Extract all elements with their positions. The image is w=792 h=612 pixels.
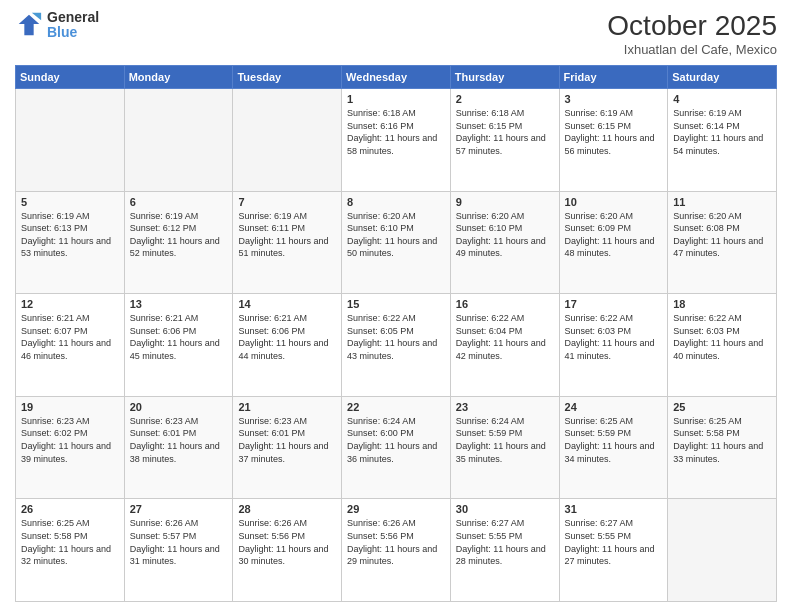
logo-icon [15,11,43,39]
calendar-cell [668,499,777,602]
calendar-week-row: 12Sunrise: 6:21 AM Sunset: 6:07 PM Dayli… [16,294,777,397]
day-info: Sunrise: 6:19 AM Sunset: 6:13 PM Dayligh… [21,210,119,260]
day-info: Sunrise: 6:24 AM Sunset: 6:00 PM Dayligh… [347,415,445,465]
day-number: 15 [347,298,445,310]
calendar-cell: 18Sunrise: 6:22 AM Sunset: 6:03 PM Dayli… [668,294,777,397]
calendar-cell: 30Sunrise: 6:27 AM Sunset: 5:55 PM Dayli… [450,499,559,602]
calendar-week-row: 1Sunrise: 6:18 AM Sunset: 6:16 PM Daylig… [16,89,777,192]
calendar-cell: 12Sunrise: 6:21 AM Sunset: 6:07 PM Dayli… [16,294,125,397]
calendar-cell: 7Sunrise: 6:19 AM Sunset: 6:11 PM Daylig… [233,191,342,294]
day-info: Sunrise: 6:22 AM Sunset: 6:04 PM Dayligh… [456,312,554,362]
day-number: 17 [565,298,663,310]
day-number: 26 [21,503,119,515]
day-info: Sunrise: 6:22 AM Sunset: 6:03 PM Dayligh… [673,312,771,362]
day-number: 22 [347,401,445,413]
day-number: 3 [565,93,663,105]
calendar-week-row: 5Sunrise: 6:19 AM Sunset: 6:13 PM Daylig… [16,191,777,294]
calendar-cell: 10Sunrise: 6:20 AM Sunset: 6:09 PM Dayli… [559,191,668,294]
weekday-header: Tuesday [233,66,342,89]
day-info: Sunrise: 6:23 AM Sunset: 6:01 PM Dayligh… [130,415,228,465]
day-number: 16 [456,298,554,310]
day-info: Sunrise: 6:21 AM Sunset: 6:06 PM Dayligh… [130,312,228,362]
calendar-cell [124,89,233,192]
calendar-cell: 31Sunrise: 6:27 AM Sunset: 5:55 PM Dayli… [559,499,668,602]
day-info: Sunrise: 6:26 AM Sunset: 5:56 PM Dayligh… [347,517,445,567]
day-info: Sunrise: 6:20 AM Sunset: 6:10 PM Dayligh… [456,210,554,260]
calendar-cell: 27Sunrise: 6:26 AM Sunset: 5:57 PM Dayli… [124,499,233,602]
calendar-cell: 28Sunrise: 6:26 AM Sunset: 5:56 PM Dayli… [233,499,342,602]
calendar-cell: 5Sunrise: 6:19 AM Sunset: 6:13 PM Daylig… [16,191,125,294]
calendar-title: October 2025 [607,10,777,42]
calendar-cell: 14Sunrise: 6:21 AM Sunset: 6:06 PM Dayli… [233,294,342,397]
calendar-subtitle: Ixhuatlan del Cafe, Mexico [607,42,777,57]
calendar-cell: 9Sunrise: 6:20 AM Sunset: 6:10 PM Daylig… [450,191,559,294]
day-info: Sunrise: 6:27 AM Sunset: 5:55 PM Dayligh… [565,517,663,567]
day-number: 5 [21,196,119,208]
day-number: 2 [456,93,554,105]
weekday-header: Monday [124,66,233,89]
calendar-cell [233,89,342,192]
day-info: Sunrise: 6:18 AM Sunset: 6:16 PM Dayligh… [347,107,445,157]
calendar-week-row: 19Sunrise: 6:23 AM Sunset: 6:02 PM Dayli… [16,396,777,499]
day-info: Sunrise: 6:21 AM Sunset: 6:07 PM Dayligh… [21,312,119,362]
weekday-header: Saturday [668,66,777,89]
calendar-cell: 20Sunrise: 6:23 AM Sunset: 6:01 PM Dayli… [124,396,233,499]
day-info: Sunrise: 6:19 AM Sunset: 6:11 PM Dayligh… [238,210,336,260]
day-number: 29 [347,503,445,515]
day-number: 10 [565,196,663,208]
calendar-table: SundayMondayTuesdayWednesdayThursdayFrid… [15,65,777,602]
calendar-cell [16,89,125,192]
calendar-cell: 1Sunrise: 6:18 AM Sunset: 6:16 PM Daylig… [342,89,451,192]
day-info: Sunrise: 6:19 AM Sunset: 6:15 PM Dayligh… [565,107,663,157]
calendar-cell: 2Sunrise: 6:18 AM Sunset: 6:15 PM Daylig… [450,89,559,192]
day-info: Sunrise: 6:26 AM Sunset: 5:56 PM Dayligh… [238,517,336,567]
day-info: Sunrise: 6:19 AM Sunset: 6:14 PM Dayligh… [673,107,771,157]
day-number: 28 [238,503,336,515]
calendar-cell: 24Sunrise: 6:25 AM Sunset: 5:59 PM Dayli… [559,396,668,499]
logo: General Blue [15,10,99,41]
day-info: Sunrise: 6:23 AM Sunset: 6:02 PM Dayligh… [21,415,119,465]
day-number: 4 [673,93,771,105]
calendar-cell: 29Sunrise: 6:26 AM Sunset: 5:56 PM Dayli… [342,499,451,602]
weekday-header: Friday [559,66,668,89]
page: General Blue October 2025 Ixhuatlan del … [0,0,792,612]
weekday-header: Thursday [450,66,559,89]
day-info: Sunrise: 6:20 AM Sunset: 6:08 PM Dayligh… [673,210,771,260]
calendar-cell: 8Sunrise: 6:20 AM Sunset: 6:10 PM Daylig… [342,191,451,294]
calendar-cell: 17Sunrise: 6:22 AM Sunset: 6:03 PM Dayli… [559,294,668,397]
day-number: 27 [130,503,228,515]
day-info: Sunrise: 6:25 AM Sunset: 5:58 PM Dayligh… [21,517,119,567]
calendar-week-row: 26Sunrise: 6:25 AM Sunset: 5:58 PM Dayli… [16,499,777,602]
calendar-cell: 16Sunrise: 6:22 AM Sunset: 6:04 PM Dayli… [450,294,559,397]
day-info: Sunrise: 6:21 AM Sunset: 6:06 PM Dayligh… [238,312,336,362]
day-info: Sunrise: 6:18 AM Sunset: 6:15 PM Dayligh… [456,107,554,157]
day-info: Sunrise: 6:22 AM Sunset: 6:05 PM Dayligh… [347,312,445,362]
day-number: 18 [673,298,771,310]
day-info: Sunrise: 6:19 AM Sunset: 6:12 PM Dayligh… [130,210,228,260]
day-number: 24 [565,401,663,413]
day-info: Sunrise: 6:20 AM Sunset: 6:10 PM Dayligh… [347,210,445,260]
calendar-cell: 6Sunrise: 6:19 AM Sunset: 6:12 PM Daylig… [124,191,233,294]
day-info: Sunrise: 6:27 AM Sunset: 5:55 PM Dayligh… [456,517,554,567]
day-info: Sunrise: 6:25 AM Sunset: 5:58 PM Dayligh… [673,415,771,465]
day-number: 13 [130,298,228,310]
weekday-header-row: SundayMondayTuesdayWednesdayThursdayFrid… [16,66,777,89]
weekday-header: Sunday [16,66,125,89]
day-info: Sunrise: 6:20 AM Sunset: 6:09 PM Dayligh… [565,210,663,260]
day-number: 12 [21,298,119,310]
day-number: 9 [456,196,554,208]
calendar-cell: 26Sunrise: 6:25 AM Sunset: 5:58 PM Dayli… [16,499,125,602]
logo-line1: General [47,10,99,25]
header: General Blue October 2025 Ixhuatlan del … [15,10,777,57]
day-number: 20 [130,401,228,413]
day-info: Sunrise: 6:23 AM Sunset: 6:01 PM Dayligh… [238,415,336,465]
day-info: Sunrise: 6:25 AM Sunset: 5:59 PM Dayligh… [565,415,663,465]
day-info: Sunrise: 6:26 AM Sunset: 5:57 PM Dayligh… [130,517,228,567]
calendar-cell: 25Sunrise: 6:25 AM Sunset: 5:58 PM Dayli… [668,396,777,499]
calendar-cell: 21Sunrise: 6:23 AM Sunset: 6:01 PM Dayli… [233,396,342,499]
day-number: 31 [565,503,663,515]
calendar-cell: 22Sunrise: 6:24 AM Sunset: 6:00 PM Dayli… [342,396,451,499]
day-number: 25 [673,401,771,413]
calendar-cell: 15Sunrise: 6:22 AM Sunset: 6:05 PM Dayli… [342,294,451,397]
day-info: Sunrise: 6:24 AM Sunset: 5:59 PM Dayligh… [456,415,554,465]
